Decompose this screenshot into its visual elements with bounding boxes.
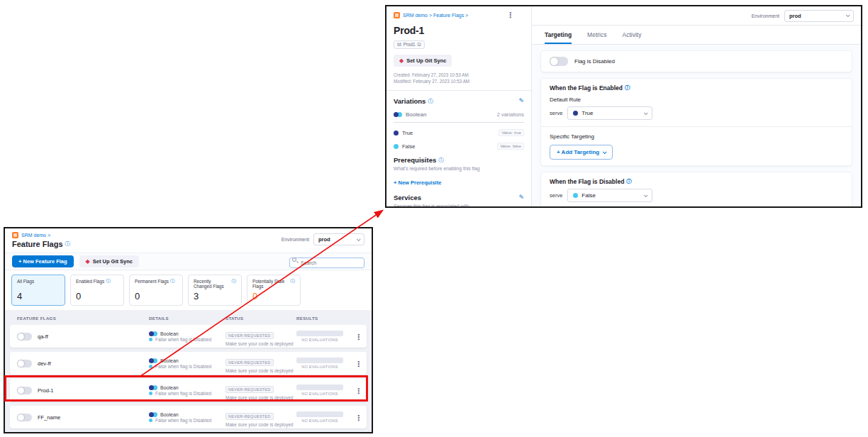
add-targeting-button[interactable]: + Add Targeting [550,145,613,160]
status-text: Make sure your code is deployed [226,422,296,427]
flag-detail-sidebar: SRM demo > Feature Flags > ⋮ Prod-1 Id: … [386,6,532,206]
environment-label: Environment [282,237,309,242]
new-feature-flag-button[interactable]: + New Feature Flag [12,255,74,267]
stat-card-potentially-stale-flags[interactable]: Potentially Stale Flagsⓘ0 [247,275,301,306]
flag-row-qa-ff[interactable]: qa-ffBooleanFalse when flag is DisabledN… [10,325,367,348]
info-icon[interactable]: ⓘ [170,279,175,284]
variation-name: True [402,130,413,136]
flag-row-dev-ff[interactable]: dev-ffBooleanFalse when flag is Disabled… [10,352,367,375]
when-enabled-card: When the Flag is Enabled ⓘ Default Rule … [540,78,852,166]
default-rule-serve-select[interactable]: True [567,106,652,120]
targeting-tab-content: Flag is Disabled When the Flag is Enable… [532,45,861,206]
flag-toggle[interactable] [17,387,32,394]
tab-targeting[interactable]: Targeting [545,26,572,44]
flag-toggle[interactable] [17,360,32,367]
variation-name: False [402,143,415,150]
info-icon[interactable]: ⓘ [428,99,433,104]
page-title: Feature Flags [12,240,63,248]
flag-type-label: Boolean [160,412,179,417]
boolean-type-icon [149,358,157,363]
table-header: FEATURE FLAGSDETAILSSTATUSRESULTS [5,310,372,323]
variation-value-badge: Value: true [499,129,524,136]
row-kebab-menu-icon[interactable]: ⋮ [355,360,362,368]
when-enabled-heading: When the Flag is Enabled [550,84,623,92]
flag-row-prod-1[interactable]: Prod-1BooleanFalse when flag is Disabled… [10,379,367,402]
divider [386,90,531,91]
stat-card-enabled-flags[interactable]: Enabled Flagsⓘ0 [70,275,124,306]
row-kebab-menu-icon[interactable]: ⋮ [355,414,362,422]
flag-type-label: Boolean [160,385,179,390]
edit-variations-icon[interactable]: ✎ [518,98,524,104]
prerequisites-description: What's required before enabling this fla… [394,166,524,171]
flag-rows: qa-ffBooleanFalse when flag is DisabledN… [5,323,372,433]
info-icon[interactable]: ⓘ [106,279,111,284]
tab-metrics[interactable]: Metrics [587,26,606,44]
flag-state-label: Flag is Disabled [574,58,615,65]
flag-id-label: Id: Prod1 [397,42,416,47]
info-icon[interactable]: ⓘ [291,279,296,284]
column-header-details: DETAILS [149,316,226,321]
search-input[interactable] [289,258,365,268]
flag-toggle[interactable] [17,414,32,421]
search-icon [292,258,296,262]
list-breadcrumb[interactable]: SRM demo > [21,233,50,238]
harness-logo-icon [394,12,400,18]
services-heading: Services [394,194,421,201]
row-kebab-menu-icon[interactable]: ⋮ [355,333,362,341]
environment-value: prod [789,13,801,19]
stat-card-permanent-flags[interactable]: Permanent Flagsⓘ0 [129,275,183,306]
flag-row-ff-name[interactable]: FF_nameBooleanFalse when flag is Disable… [10,406,367,428]
results-bar [296,385,343,390]
list-toolbar: + New Feature Flag ◆ Set Up Git Sync [5,253,372,270]
rule-color-dot [149,392,152,395]
disabled-serve-select[interactable]: False [567,189,652,202]
rule-color-dot [149,365,152,368]
flag-toggle[interactable] [17,333,32,341]
results-bar [296,411,343,417]
variation-list: TrueValue: trueFalseValue: false [394,129,524,150]
info-icon[interactable]: ⓘ [438,157,444,163]
boolean-type-icon [394,112,402,117]
boolean-type-icon [149,412,157,417]
git-sync-button[interactable]: ◆ Set Up Git Sync [394,55,452,67]
row-kebab-menu-icon[interactable]: ⋮ [355,387,362,395]
chevron-down-icon [846,13,850,17]
kebab-menu-icon[interactable]: ⋮ [506,11,514,19]
services-description: Services this flag is associated with [394,204,524,208]
info-icon[interactable]: ⓘ [65,241,71,247]
stat-value: 3 [194,291,236,302]
environment-value: prod [318,236,330,243]
info-icon[interactable]: ⓘ [626,179,632,184]
git-sync-button[interactable]: ◆ Set Up Git Sync [79,255,139,267]
info-icon[interactable]: ⓘ [625,85,630,91]
info-icon[interactable]: ⓘ [232,279,237,284]
flag-title: Prod-1 [394,25,524,36]
stat-label: Potentially Stale Flags [252,279,289,289]
git-sync-diamond-icon: ◆ [399,58,404,64]
flag-type-label: Boolean [160,358,179,363]
edit-services-icon[interactable]: ✎ [518,194,524,201]
stat-card-all-flags[interactable]: All Flags4 [11,275,65,306]
stat-value: 0 [76,291,118,302]
stats-row: All Flags4Enabled Flagsⓘ0Permanent Flags… [5,270,372,310]
divider [541,126,852,127]
detail-breadcrumb[interactable]: SRM demo > Feature Flags > [403,13,468,18]
flag-name: Prod-1 [38,387,54,394]
variations-heading: Variations [394,97,425,105]
variation-color-dot [394,131,399,135]
true-variation-dot [573,111,578,116]
stat-label: Enabled Flags [76,279,104,284]
new-prerequisite-link[interactable]: + New Prerequisite [394,179,441,186]
tab-activity[interactable]: Activity [622,26,641,44]
copy-icon[interactable]: ⧉ [418,42,421,48]
stat-label: Recently Changed Flags [194,279,230,289]
default-rule-label: Default Rule [550,96,843,103]
stat-card-recently-changed-flags[interactable]: Recently Changed Flagsⓘ3 [188,275,242,306]
variation-count: 2 variations [497,111,524,118]
flag-enabled-toggle[interactable] [550,57,568,66]
environment-select[interactable]: prod [784,10,854,22]
environment-select[interactable]: prod [313,233,365,245]
results-bar [296,331,343,336]
flag-detail-panel: SRM demo > Feature Flags > ⋮ Prod-1 Id: … [385,5,862,208]
default-rule-serve-value: True [582,110,593,116]
